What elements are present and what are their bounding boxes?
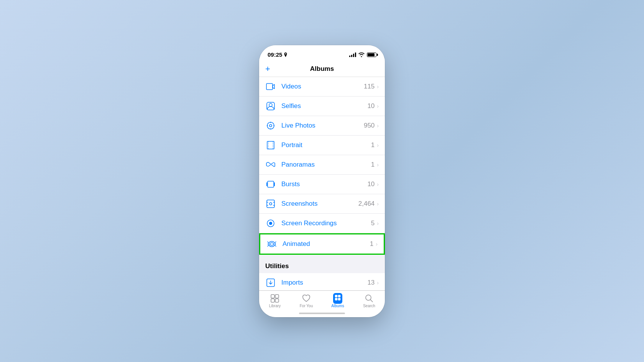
home-indicator — [259, 310, 385, 317]
imports-icon — [265, 277, 276, 288]
imports-count: 13 — [367, 279, 375, 287]
screen-recordings-chevron: › — [377, 220, 379, 226]
status-bar: 09:25 — [259, 45, 385, 62]
svg-rect-9 — [268, 181, 274, 187]
imports-chevron: › — [377, 280, 379, 286]
svg-rect-20 — [275, 295, 279, 298]
location-icon — [284, 52, 288, 57]
bursts-chevron: › — [377, 181, 379, 187]
selfies-count: 10 — [367, 102, 375, 110]
tab-library[interactable]: Library — [259, 294, 291, 308]
live-photos-label: Live Photos — [281, 122, 364, 129]
animated-chevron: › — [376, 241, 378, 247]
tab-search[interactable]: Search — [353, 294, 385, 308]
selfies-label: Selfies — [281, 102, 367, 110]
battery-icon — [367, 52, 376, 57]
svg-rect-21 — [271, 299, 274, 302]
list-item-screenshots[interactable]: Screenshots 2,464 › — [259, 194, 385, 214]
videos-chevron: › — [377, 84, 379, 90]
list-item-selfies[interactable]: Selfies 10 › — [259, 97, 385, 116]
svg-rect-22 — [275, 299, 279, 302]
imports-label: Imports — [281, 279, 367, 287]
bursts-icon — [265, 179, 276, 190]
page-title: Albums — [310, 65, 334, 73]
panoramas-icon — [265, 159, 276, 170]
status-icons — [349, 52, 376, 57]
list-item-screen-recordings[interactable]: Screen Recordings 5 › — [259, 214, 385, 233]
live-photos-icon — [265, 120, 276, 131]
selfies-chevron: › — [377, 103, 379, 109]
library-tab-icon — [270, 294, 279, 303]
animated-label: Animated — [283, 240, 370, 248]
screen-recordings-count: 5 — [371, 219, 375, 227]
svg-point-3 — [267, 122, 274, 129]
utilities-header: Utilities — [259, 255, 385, 273]
svg-point-4 — [269, 124, 272, 127]
utilities-list: Imports 13 › Duplicates 51 › — [259, 273, 385, 290]
screenshots-count: 2,464 — [358, 200, 375, 208]
panoramas-chevron: › — [377, 162, 379, 168]
list-item-panoramas[interactable]: Panoramas 1 › — [259, 155, 385, 175]
albums-tab-icon — [333, 294, 342, 303]
tab-bar: Library For You A — [259, 290, 385, 310]
search-tab-icon — [365, 294, 374, 303]
list-item-portrait[interactable]: Portrait 1 › — [259, 136, 385, 155]
home-bar — [299, 313, 345, 314]
utilities-section: Utilities Imports 13 › — [259, 255, 385, 290]
videos-icon — [265, 81, 276, 92]
list-item-bursts[interactable]: Bursts 10 › — [259, 175, 385, 194]
for-you-tab-icon — [302, 294, 311, 303]
svg-rect-25 — [335, 298, 338, 300]
screenshots-icon — [265, 198, 276, 209]
portrait-icon — [265, 140, 276, 151]
portrait-count: 1 — [371, 141, 375, 149]
albums-tab-label: Albums — [331, 304, 344, 308]
svg-rect-26 — [338, 298, 341, 300]
panoramas-label: Panoramas — [281, 161, 371, 169]
videos-label: Videos — [281, 83, 364, 90]
svg-rect-19 — [271, 295, 274, 298]
animated-count: 1 — [370, 240, 373, 248]
svg-rect-10 — [266, 182, 267, 186]
library-tab-label: Library — [269, 304, 281, 308]
phone-frame: 09:25 + Albums — [259, 45, 385, 317]
status-time: 09:25 — [268, 51, 288, 58]
content-area: Videos 115 › Selfies 10 › — [259, 77, 385, 290]
media-types-list: Videos 115 › Selfies 10 › — [259, 77, 385, 255]
time-display: 09:25 — [268, 51, 282, 58]
bursts-count: 10 — [367, 180, 375, 188]
svg-point-15 — [269, 222, 272, 225]
svg-point-1 — [269, 103, 272, 106]
svg-rect-12 — [267, 200, 274, 208]
nav-header: + Albums — [259, 62, 385, 77]
portrait-chevron: › — [377, 142, 379, 148]
videos-count: 115 — [364, 83, 375, 90]
svg-rect-0 — [266, 84, 273, 90]
svg-point-13 — [269, 203, 272, 205]
screen-recordings-label: Screen Recordings — [281, 219, 371, 227]
tab-for-you[interactable]: For You — [291, 294, 322, 308]
portrait-label: Portrait — [281, 141, 371, 149]
animated-icon — [266, 239, 277, 249]
svg-rect-11 — [274, 182, 275, 186]
list-item-imports[interactable]: Imports 13 › — [259, 273, 385, 290]
signal-icon — [349, 52, 356, 57]
svg-rect-24 — [338, 295, 341, 297]
selfies-icon — [265, 101, 276, 111]
live-photos-chevron: › — [377, 123, 379, 129]
tab-albums[interactable]: Albums — [322, 294, 353, 308]
wifi-icon — [358, 52, 365, 57]
search-tab-label: Search — [363, 304, 375, 308]
screen-recordings-icon — [265, 218, 276, 229]
for-you-tab-label: For You — [300, 304, 313, 308]
list-item-videos[interactable]: Videos 115 › — [259, 77, 385, 97]
add-album-button[interactable]: + — [265, 65, 270, 73]
svg-rect-23 — [335, 295, 338, 297]
bursts-label: Bursts — [281, 180, 367, 188]
panoramas-count: 1 — [371, 161, 375, 169]
list-item-animated[interactable]: Animated 1 › — [259, 233, 385, 255]
list-item-live-photos[interactable]: Live Photos 950 › — [259, 116, 385, 136]
screenshots-chevron: › — [377, 201, 379, 207]
svg-point-27 — [366, 295, 371, 300]
screenshots-label: Screenshots — [281, 200, 358, 208]
